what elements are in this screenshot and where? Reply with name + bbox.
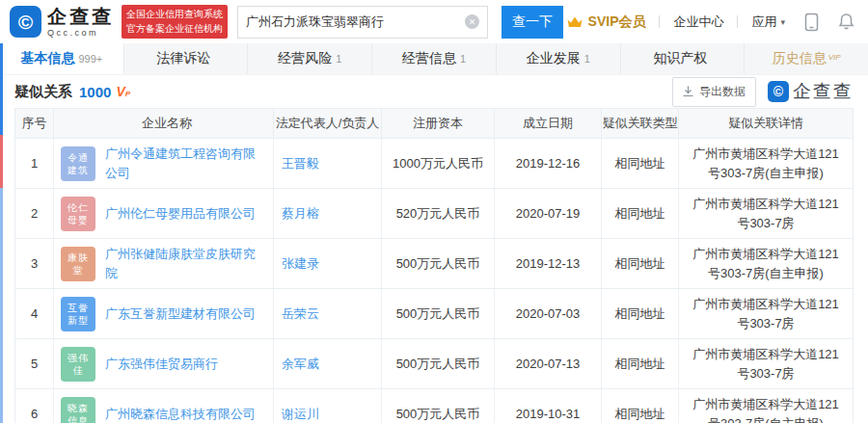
tab-basic-info[interactable]: 基本信息 999+ xyxy=(0,43,124,74)
tab-label: 经营信息 xyxy=(402,50,456,67)
legal-rep-link[interactable]: 张建录 xyxy=(282,254,319,274)
download-icon xyxy=(683,86,693,97)
tab-label: 知识产权 xyxy=(653,50,707,67)
export-data-button[interactable]: 导出数据 xyxy=(672,77,756,107)
section-title: 疑似关系 xyxy=(14,83,72,101)
legal-rep-link[interactable]: 岳荣云 xyxy=(282,304,319,324)
legal-rep-link[interactable]: 蔡月榕 xyxy=(282,204,319,224)
qcc-logo[interactable]: © 企查查 Qcc.com xyxy=(10,6,114,38)
company-logo-badge: 晓森 信息 xyxy=(61,397,95,423)
company-name-link[interactable]: 广州张健陆康肤堂皮肤研究院 xyxy=(105,245,265,282)
relation-detail: 广州市黄埔区科学大道121号303-7房 xyxy=(679,189,853,238)
company-name-link[interactable]: 广东互誉新型建材有限公司 xyxy=(105,304,256,324)
export-label: 导出数据 xyxy=(699,84,746,100)
tab-label: 历史信息 xyxy=(773,50,827,67)
relation-detail: 广州市黄埔区科学大道121号303-7房(自主申报) xyxy=(679,239,853,288)
qcc-logo-icon: © xyxy=(10,6,41,38)
registered-capital: 500万元人民币 xyxy=(382,389,495,423)
table-row: 5 强伟 佳 广东强伟佳贸易商行 余军威 500万元人民币 2020-07-13… xyxy=(15,338,853,388)
chevron-down-icon: ▾ xyxy=(780,17,785,27)
search-input-wrap: ✕ xyxy=(237,6,488,39)
tab-intellectual-property[interactable]: 知识产权 xyxy=(621,43,746,74)
registered-capital: 500万元人民币 xyxy=(382,339,495,388)
search-box: ✕ 查一下 xyxy=(237,6,563,39)
legal-rep-link[interactable]: 余军威 xyxy=(282,355,319,374)
badge-line2: 堂 xyxy=(73,264,84,277)
company-logo-badge: 伦仁 母婴 xyxy=(61,197,95,231)
row-index: 4 xyxy=(15,289,54,338)
relation-type: 相同地址 xyxy=(602,389,679,423)
certification-line2: 官方备案企业征信机构 xyxy=(126,22,223,37)
relation-detail: 广州市黄埔区科学大道121号303-7房 xyxy=(679,289,853,338)
registered-capital: 500万元人民币 xyxy=(382,239,495,288)
section-bar: 疑似关系 1000 VP 导出数据 © 企查查 xyxy=(0,75,868,108)
tab-legal-litigation[interactable]: 法律诉讼 xyxy=(124,43,249,74)
legal-rep-link[interactable]: 王晋毅 xyxy=(282,154,319,173)
divider xyxy=(737,15,738,28)
table-body: 1 令通 建筑 广州令通建筑工程咨询有限公司 王晋毅 1000万元人民币 201… xyxy=(15,138,853,423)
badge-line1: 晓森 xyxy=(68,402,89,414)
enterprise-center-label: 企业中心 xyxy=(673,13,723,31)
row-index: 6 xyxy=(15,389,54,423)
badge-line1: 伦仁 xyxy=(68,201,89,214)
search-input[interactable] xyxy=(246,14,465,29)
relation-type: 相同地址 xyxy=(602,289,679,338)
brand-text: 企查查 Qcc.com xyxy=(47,7,114,38)
tab-label: 经营风险 xyxy=(278,50,332,67)
established-date: 2019-12-13 xyxy=(495,239,602,288)
table-row: 3 康肤 堂 广州张健陆康肤堂皮肤研究院 张建录 500万元人民币 2019-1… xyxy=(15,238,853,288)
header-legal-rep: 法定代表人/负责人 xyxy=(274,109,382,138)
clear-search-icon[interactable]: ✕ xyxy=(465,14,479,29)
section-count: 1000 xyxy=(79,84,111,100)
company-name-link[interactable]: 广州令通建筑工程咨询有限公司 xyxy=(105,145,265,182)
legal-rep-link[interactable]: 谢运川 xyxy=(282,405,319,423)
badge-line1: 互誉 xyxy=(68,302,89,314)
qcc-watermark: © 企查查 xyxy=(768,79,854,104)
tab-history-info[interactable]: 历史信息 VIP xyxy=(745,43,868,74)
badge-line1: 令通 xyxy=(68,151,89,164)
enterprise-center-menu-item[interactable]: 企业中心 xyxy=(673,13,723,31)
tab-label: 法律诉讼 xyxy=(157,50,211,67)
relation-type: 相同地址 xyxy=(602,339,679,388)
relation-type: 相同地址 xyxy=(602,189,679,238)
crown-icon xyxy=(566,15,583,29)
tab-count: 1 xyxy=(460,53,466,65)
company-name-link[interactable]: 广东强伟佳贸易商行 xyxy=(105,355,218,374)
search-button[interactable]: 查一下 xyxy=(502,6,563,39)
company-name-link[interactable]: 广州伦仁母婴用品有限公司 xyxy=(105,204,256,224)
table-row: 2 伦仁 母婴 广州伦仁母婴用品有限公司 蔡月榕 520万元人民币 2020-0… xyxy=(15,188,853,238)
vip-tag: VIP xyxy=(828,53,841,62)
tab-enterprise-development[interactable]: 企业发展 1 xyxy=(497,43,621,74)
badge-line2: 母婴 xyxy=(68,214,89,226)
header-capital: 注册资本 xyxy=(382,109,495,138)
company-name-link[interactable]: 广州晓森信息科技有限公司 xyxy=(105,405,256,423)
svip-label: SVIP会员 xyxy=(588,13,646,31)
suspected-relations-table: 序号 企业名称 法定代表人/负责人 注册资本 成立日期 疑似关联类型 疑似关联详… xyxy=(14,108,854,423)
brand-domain: Qcc.com xyxy=(47,28,114,38)
header-relation-type: 疑似关联类型 xyxy=(602,109,679,138)
company-nav-tabs: 基本信息 999+ 法律诉讼 经营风险 1 经营信息 1 企业发展 1 知识产权… xyxy=(0,43,868,75)
tab-operational-risk[interactable]: 经营风险 1 xyxy=(248,43,372,74)
header-right-menu: SVIP会员 企业中心 应用 ▾ xyxy=(566,13,868,32)
badge-line2: 佳 xyxy=(73,364,84,377)
apps-menu-item[interactable]: 应用 ▾ xyxy=(751,13,785,31)
table-row: 4 互誉 新型 广东互誉新型建材有限公司 岳荣云 500万元人民币 2020-0… xyxy=(15,288,853,338)
notification-bell-icon[interactable] xyxy=(838,13,854,31)
header-date: 成立日期 xyxy=(495,109,602,138)
tab-count: 999+ xyxy=(78,53,102,65)
established-date: 2019-10-31 xyxy=(495,389,602,423)
svip-menu-item[interactable]: SVIP会员 xyxy=(566,13,646,31)
badge-line2: 信息 xyxy=(68,414,89,423)
company-logo-badge: 强伟 佳 xyxy=(61,347,95,382)
established-date: 2020-07-03 xyxy=(495,289,602,338)
mobile-app-icon[interactable] xyxy=(804,13,819,32)
badge-line2: 建筑 xyxy=(68,164,89,176)
tab-business-info[interactable]: 经营信息 1 xyxy=(372,43,497,74)
established-date: 2020-07-13 xyxy=(495,339,602,388)
registered-capital: 520万元人民币 xyxy=(382,189,495,238)
tab-count: 1 xyxy=(336,53,341,65)
company-logo-badge: 令通 建筑 xyxy=(61,146,95,181)
relation-detail: 广州市黄埔区科学大道121号303-7房(自主申报) xyxy=(679,139,853,188)
row-index: 1 xyxy=(15,139,54,188)
qcc-watermark-text: 企查查 xyxy=(793,79,854,104)
